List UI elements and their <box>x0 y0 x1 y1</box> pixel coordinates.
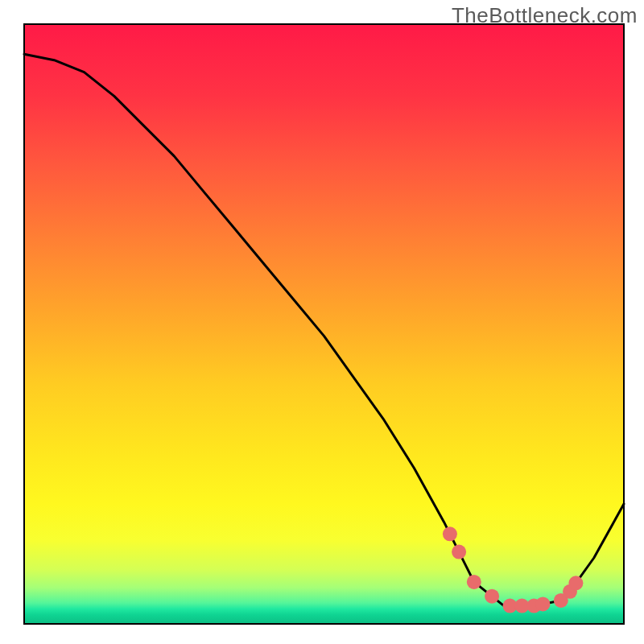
watermark-label: TheBottleneck.com <box>452 3 638 28</box>
bottleneck-chart <box>0 0 644 644</box>
data-point <box>452 545 466 559</box>
chart-container: TheBottleneck.com <box>0 0 644 644</box>
data-point <box>568 576 583 590</box>
data-point <box>467 575 481 589</box>
data-point <box>535 597 550 611</box>
data-point <box>485 589 499 604</box>
plot-background <box>24 24 624 624</box>
data-point <box>443 526 457 541</box>
